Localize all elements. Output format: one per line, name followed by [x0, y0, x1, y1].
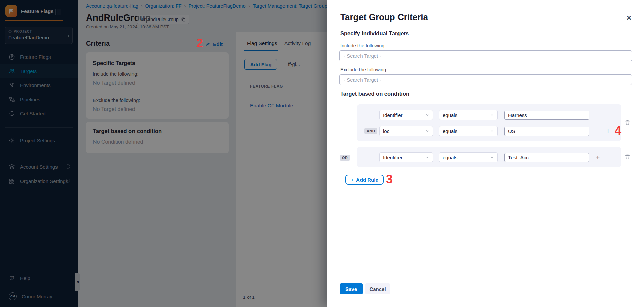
attribute-select[interactable]: loc [379, 126, 433, 136]
add-value-icon[interactable]: + [606, 127, 610, 135]
annotation-step-2: 2 [196, 36, 203, 50]
delete-rule-icon[interactable] [624, 154, 631, 160]
drawer-footer-divider [327, 270, 644, 270]
chevron-down-icon [425, 129, 429, 133]
include-target-search-input[interactable] [339, 50, 632, 61]
remove-value-icon[interactable]: − [596, 111, 600, 118]
plus-icon: + [351, 177, 354, 183]
rule-group-1: Identifier equals − AND loc equals − + [357, 104, 621, 141]
attribute-select[interactable]: Identifier [379, 110, 433, 120]
operator-select[interactable]: equals [439, 126, 498, 136]
save-button[interactable]: Save [340, 283, 363, 294]
target-based-on-condition-heading: Target based on condition [340, 91, 409, 97]
delete-rule-icon[interactable] [624, 119, 631, 126]
condition-value-input[interactable] [504, 111, 589, 120]
chevron-down-icon [425, 155, 429, 159]
exclude-target-search-input[interactable] [339, 74, 632, 85]
add-value-icon[interactable]: + [596, 154, 600, 161]
condition-value-input[interactable] [504, 127, 589, 136]
app-root: Feature Flags PROJECT FeatureFlagDemo › [0, 0, 644, 307]
cancel-button[interactable]: Cancel [365, 283, 390, 294]
operator-select[interactable]: equals [439, 152, 498, 162]
drawer-include-label: Include the following: [340, 43, 386, 48]
rule-group-2: Identifier equals + [357, 147, 621, 167]
operator-select[interactable]: equals [439, 110, 498, 120]
and-connector-chip: AND [364, 128, 377, 134]
chevron-down-icon [490, 129, 494, 133]
drawer-title: Target Group Criteria [340, 12, 428, 23]
condition-value-input[interactable] [504, 153, 589, 162]
drawer-exclude-label: Exclude the following: [340, 67, 387, 72]
attribute-select[interactable]: Identifier [379, 152, 433, 162]
annotation-step-4: 4 [615, 124, 621, 138]
remove-value-icon[interactable]: − [596, 127, 600, 135]
specify-individual-targets-heading: Specify individual Targets [340, 30, 409, 37]
add-rule-button[interactable]: + Add Rule [345, 175, 384, 185]
target-group-criteria-drawer: ✕ Target Group Criteria Specify individu… [327, 0, 644, 307]
chevron-down-icon [490, 155, 494, 159]
chevron-down-icon [425, 113, 429, 117]
annotation-step-3: 3 [386, 172, 393, 186]
close-icon[interactable]: ✕ [626, 14, 632, 22]
or-connector-chip: OR [340, 155, 350, 161]
chevron-down-icon [490, 113, 494, 117]
